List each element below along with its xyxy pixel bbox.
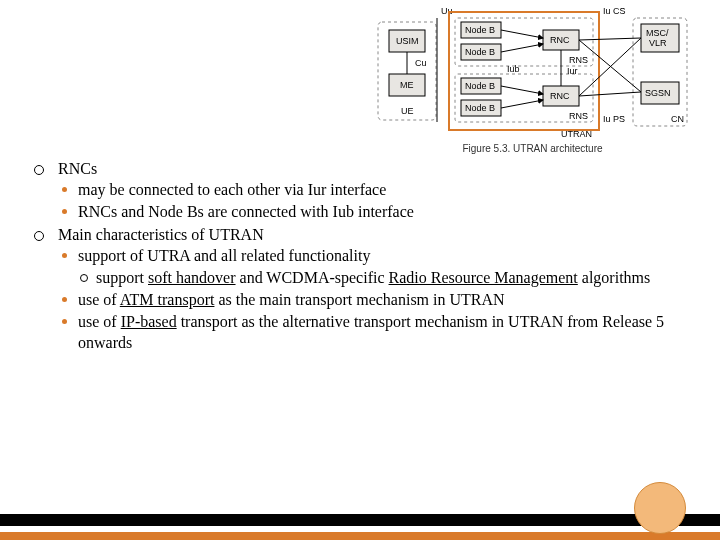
bullet-ip-transport: use of IP-based transport as the alterna… — [58, 311, 688, 353]
bullet-rncs-iur: may be connected to each other via Iur i… — [58, 179, 688, 200]
svg-line-10 — [501, 30, 543, 38]
utran-architecture-diagram: .bx { fill:#e8e6e2; stroke:#000; stroke-… — [375, 4, 690, 154]
svg-line-22 — [579, 38, 641, 40]
label-msc: MSC/ — [646, 28, 669, 38]
label-cn: CN — [671, 114, 684, 124]
corner-circle-icon — [634, 482, 686, 534]
label-iur: Iur — [567, 66, 578, 76]
bullet-support-utra: support of UTRA and all related function… — [58, 245, 688, 287]
text: RNCs — [58, 160, 97, 177]
label-nodeb-3: Node B — [465, 81, 495, 91]
label-utran: UTRAN — [561, 129, 592, 139]
text: Main characteristics of UTRAN — [58, 226, 264, 243]
svg-line-25 — [579, 92, 641, 96]
label-iu-ps: Iu PS — [603, 114, 625, 124]
svg-line-23 — [579, 40, 641, 92]
svg-line-11 — [501, 44, 543, 52]
label-sgsn: SGSN — [645, 88, 671, 98]
label-usim: USIM — [396, 36, 419, 46]
svg-line-24 — [579, 38, 641, 96]
label-cu: Cu — [415, 58, 427, 68]
label-rnc-2: RNC — [550, 91, 570, 101]
bullet-utran-characteristics: Main characteristics of UTRAN support of… — [28, 224, 688, 353]
label-rns-2: RNS — [569, 111, 588, 121]
label-rns-1: RNS — [569, 55, 588, 65]
svg-line-16 — [501, 86, 543, 94]
label-ue: UE — [401, 106, 414, 116]
label-nodeb-2: Node B — [465, 47, 495, 57]
label-iu-cs: Iu CS — [603, 6, 626, 16]
bullet-atm-transport: use of ATM transport as the main transpo… — [58, 289, 688, 310]
slide-body: RNCs may be connected to each other via … — [28, 158, 688, 355]
footer-bar-black — [0, 514, 720, 526]
bullet-rncs: RNCs may be connected to each other via … — [28, 158, 688, 222]
diagram-caption: Figure 5.3. UTRAN architecture — [375, 143, 690, 154]
label-rnc-1: RNC — [550, 35, 570, 45]
svg-line-17 — [501, 100, 543, 108]
label-nodeb-4: Node B — [465, 103, 495, 113]
label-iub: Iub — [507, 64, 520, 74]
label-me: ME — [400, 80, 414, 90]
label-vlr: VLR — [649, 38, 667, 48]
bullet-rncs-iub: RNCs and Node Bs are connected with Iub … — [58, 201, 688, 222]
bullet-soft-handover: support soft handover and WCDMA-specific… — [78, 267, 688, 288]
footer-bar-orange — [0, 532, 720, 540]
label-nodeb-1: Node B — [465, 25, 495, 35]
